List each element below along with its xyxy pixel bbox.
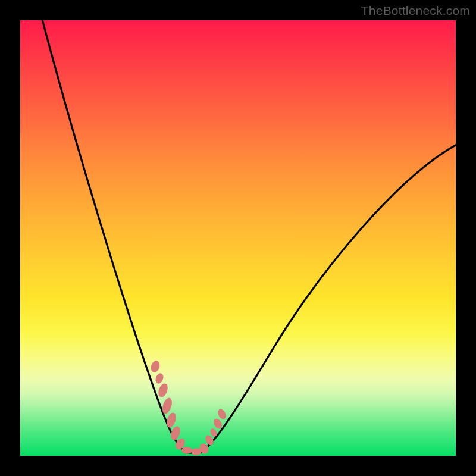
chart-frame: TheBottleneck.com: [0, 0, 476, 476]
svg-point-4: [165, 411, 177, 428]
svg-point-3: [161, 397, 174, 415]
svg-point-2: [156, 382, 169, 398]
svg-point-0: [149, 359, 161, 373]
svg-point-12: [212, 417, 223, 430]
plot-area: [20, 20, 456, 456]
marker-dots: [20, 20, 456, 456]
svg-point-7: [181, 447, 192, 454]
svg-point-13: [216, 408, 227, 421]
svg-point-1: [154, 372, 165, 384]
watermark-text: TheBottleneck.com: [361, 4, 470, 18]
